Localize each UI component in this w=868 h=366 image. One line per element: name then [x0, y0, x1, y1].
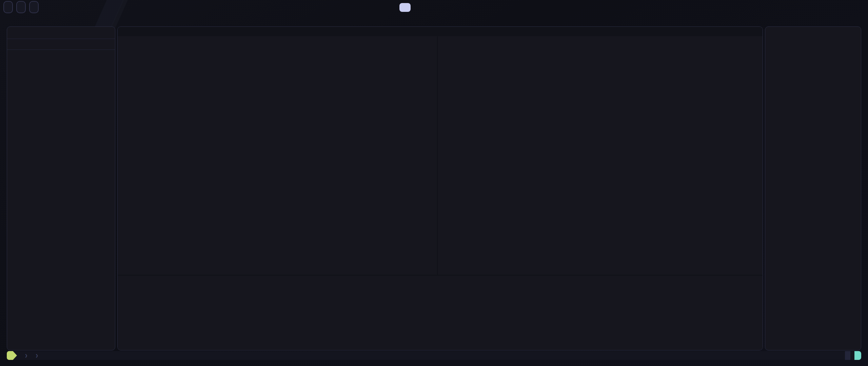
editor-pane-color-lua[interactable]	[118, 36, 437, 96]
symbols-outline-sidebar	[765, 26, 861, 350]
now-playing-widget[interactable]	[399, 3, 411, 12]
editor-area	[117, 26, 763, 350]
vim-mode-indicator	[7, 351, 17, 360]
cursor-position	[854, 351, 861, 360]
nvim-window: ❯ ❯	[7, 26, 861, 360]
floaterm-terminal[interactable]	[118, 275, 763, 350]
statusline: ❯ ❯	[7, 351, 861, 360]
symbols-outline-header[interactable]	[765, 29, 861, 37]
bufferline-tabbar	[118, 27, 763, 36]
top-status-bar	[0, 0, 868, 14]
neo-tree-buffers-header[interactable]	[7, 51, 115, 59]
app-shortcuts	[16, 1, 26, 13]
sidebar-title	[7, 27, 115, 29]
neo-tree-header[interactable]	[7, 29, 115, 37]
audio-visualizer	[29, 1, 39, 13]
neo-tree-sidebar	[7, 26, 115, 350]
terminals-header[interactable]	[7, 59, 115, 67]
launcher-button[interactable]	[3, 1, 13, 13]
editor-pane-lsp-extended-lua[interactable]	[438, 36, 763, 275]
editor-pane-rustywind-lua[interactable]	[118, 96, 437, 275]
neo-tree-git-header[interactable]	[7, 40, 115, 48]
sidebar-title	[765, 27, 861, 29]
scroll-percentage	[845, 351, 850, 360]
